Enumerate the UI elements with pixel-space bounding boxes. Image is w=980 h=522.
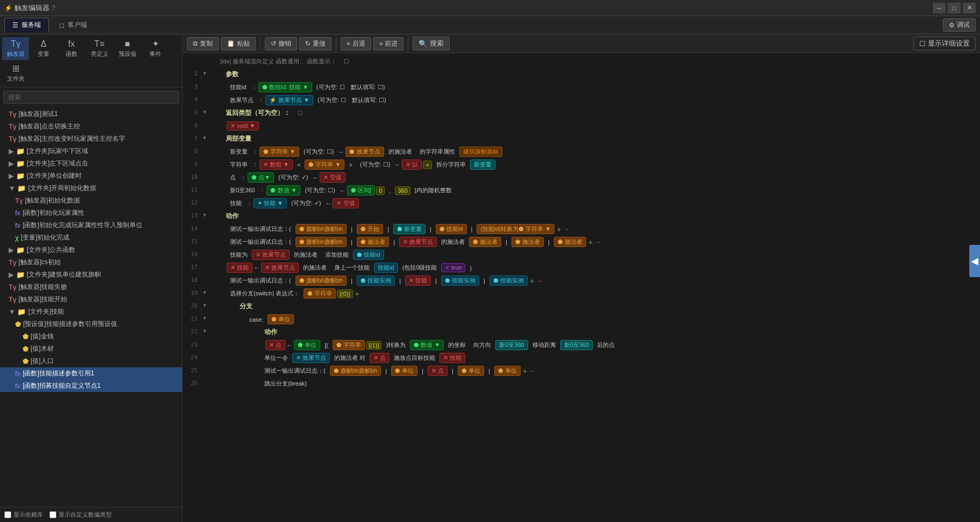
x-ref-18[interactable]: ✕ 技能 xyxy=(405,276,431,286)
new-var-ref-14[interactable]: ⬟ 新变量 xyxy=(393,224,426,234)
switch-expr[interactable]: ⬟ 字符串 xyxy=(304,288,336,299)
tab-server[interactable]: ☰ 服务端 xyxy=(4,18,49,32)
skill-ref-16[interactable]: ⬟ 技能id xyxy=(353,250,384,260)
tree-item-f6[interactable]: ▶ 📁 [文件夹]建筑单位建筑旗帜 xyxy=(0,269,182,281)
skill-ref-24[interactable]: ✕ 技能 xyxy=(439,353,465,363)
x-ref-25[interactable]: ✕ 点 xyxy=(428,366,448,376)
add-btn-18[interactable]: + xyxy=(529,277,535,285)
x-ref-17b[interactable]: ✕ 效果节点 xyxy=(261,263,299,273)
tree-item-f1[interactable]: ▶ 📁 [文件夹]玩家中下区域 xyxy=(0,145,182,157)
remove-btn-18[interactable]: − xyxy=(536,277,543,285)
sidebar-tool-function[interactable]: fx 函数 xyxy=(58,37,85,60)
expand-btn-20[interactable]: ▼ xyxy=(202,302,207,308)
void-token[interactable]: ✕ void ▼ xyxy=(227,121,259,130)
tree-item-f4[interactable]: ▼ 📁 [文件夹]开局初始化数据 xyxy=(0,182,182,194)
tree-item-fn1[interactable]: fx [函数]初始化玩家属性 xyxy=(0,207,182,219)
tree-item-v1[interactable]: χ [变量]初始化完成 xyxy=(0,231,182,244)
add-btn-25[interactable]: + xyxy=(522,367,528,375)
expand-btn-5[interactable]: ▼ xyxy=(202,109,207,115)
minimize-button[interactable]: ─ xyxy=(933,3,946,13)
array-ref[interactable]: ✕ 数组 ▼ xyxy=(260,160,293,170)
tree-item-fn4[interactable]: fx [函数]招募技能自定义节点1 xyxy=(0,380,182,392)
tree-item-t5[interactable]: Tγ [触发器]cs初始 xyxy=(0,256,182,269)
expand-btn-13[interactable]: ▼ xyxy=(202,212,207,218)
remove-btn-14[interactable]: − xyxy=(563,225,570,234)
caster4-ref-15[interactable]: ⬟ 施法者 xyxy=(554,237,586,247)
detail-button[interactable]: ☐ 显示详细设置 xyxy=(913,37,976,50)
expand-btn-2[interactable]: ▼ xyxy=(202,70,207,76)
show-deps-input[interactable] xyxy=(4,511,11,518)
unit-ref-23[interactable]: ⬟ 单位 xyxy=(294,340,320,350)
flag-ref-15[interactable]: ⬟ 旗帜bh旗帜bh xyxy=(296,237,347,247)
num-1[interactable]: [(1)] xyxy=(366,341,382,350)
tree-item-t3[interactable]: Tγ [触发器]主控改变时玩家属性主控名字 xyxy=(0,133,182,145)
search-button[interactable]: 🔍 搜索 xyxy=(413,37,450,50)
skill-id-ref-17[interactable]: 技能id xyxy=(374,263,398,273)
flag-ref-25[interactable]: ⬟ 旗帜bh旗帜bh xyxy=(330,366,381,376)
x-ref-17a[interactable]: ✕ 技能 xyxy=(227,263,253,273)
unit-ref-25[interactable]: ⬟ 单位 xyxy=(391,366,417,376)
x-ref-24[interactable]: ✕ 点 xyxy=(370,353,390,363)
skill-inst-18a[interactable]: ⬟ 技能实例 xyxy=(357,276,395,286)
unit3-ref-25[interactable]: ⬟ 单位 xyxy=(494,366,521,376)
tree-item-f7[interactable]: ▼ 📁 [文件夹]技能 xyxy=(0,306,182,318)
skill-id-type[interactable]: ⬟ 数组Id: 技能 ▼ xyxy=(258,82,312,92)
effect-ref-24[interactable]: ✕ 效果节点 xyxy=(292,353,330,363)
back-button[interactable]: « 后退 xyxy=(341,37,371,50)
quote-token[interactable]: + xyxy=(423,161,431,169)
tree-item-t2[interactable]: Tγ [触发器]点击切换主控 xyxy=(0,120,182,133)
caster3-ref-15[interactable]: ⬟ 施法者 xyxy=(511,237,544,247)
tree-item-v4[interactable]: ⬟ [值]人口 xyxy=(0,355,182,367)
expand-btn-21[interactable]: ▼ xyxy=(202,315,207,321)
expand-btn-19[interactable]: ▼ xyxy=(202,289,207,295)
range-ref-23b[interactable]: 新0至360 xyxy=(560,340,593,350)
tree-item-f2[interactable]: ▶ 📁 [文件夹]左下区域点击 xyxy=(0,157,182,170)
interval-ref[interactable]: ⬟ 区间[ xyxy=(347,185,375,195)
flag-ref-14a[interactable]: ⬟ 旗帜bh旗帜bh xyxy=(296,224,347,234)
redo-button[interactable]: ↻ 重做 xyxy=(299,37,332,50)
add-btn-14[interactable]: + xyxy=(556,225,562,234)
tree-item-f3[interactable]: ▶ 📁 [文件夹]单位创建时 xyxy=(0,170,182,182)
right-edge-button[interactable]: ◀ xyxy=(969,245,980,277)
range-ref-23[interactable]: 新0至360 xyxy=(495,340,528,350)
sidebar-tool-preset[interactable]: ■ 预设值 xyxy=(114,37,141,60)
expand-btn-7[interactable]: ▼ xyxy=(202,135,207,141)
null-token-10[interactable]: ✕ 空值 xyxy=(320,172,345,183)
sidebar-tool-folder[interactable]: ⊞ 文件夹 xyxy=(2,61,29,85)
nullable-check-5[interactable]: ☐ xyxy=(294,109,306,117)
help-icon[interactable]: ? xyxy=(52,4,55,12)
effect-node-type[interactable]: ⚡ 效果节点 ▼ xyxy=(265,95,313,105)
forward-button[interactable]: » 前进 xyxy=(373,37,404,50)
copy-button[interactable]: ⧉ 复制 xyxy=(187,37,219,50)
remove-btn-15[interactable]: − xyxy=(595,238,601,247)
tree-item-fn2[interactable]: fx [函数]初始化完成玩家属性性导入预制单位 xyxy=(0,219,182,231)
x-ref-23[interactable]: ✕ 点 xyxy=(265,340,285,350)
effect-node-ref[interactable]: ⬟ 效果节点 xyxy=(345,147,384,157)
tree-item-t7[interactable]: Tγ [触发器]技能开始 xyxy=(0,293,182,306)
x-ref-16[interactable]: ✕ 效果节点 xyxy=(252,250,290,260)
start-ref-14[interactable]: ⬟ 开始 xyxy=(357,224,383,234)
case-value[interactable]: ⬟ 单位 xyxy=(268,314,294,324)
search-input[interactable] xyxy=(3,91,179,104)
banner-flag[interactable]: 建筑旗帜旗标 xyxy=(459,147,502,157)
string-ref-23[interactable]: ⬟ 字符串 xyxy=(333,340,365,350)
tree-item-v2[interactable]: ⬟ [值]金钱 xyxy=(0,330,182,343)
close-button[interactable]: ✕ xyxy=(963,3,976,13)
remove-btn-25[interactable]: − xyxy=(529,367,536,375)
show-deps-checkbox[interactable]: 显示依赖库 xyxy=(4,511,43,519)
skill-type[interactable]: ✦ 技能 ▼ xyxy=(254,198,287,208)
flag-ref-18[interactable]: ⬟ 旗帜bh旗帜bh xyxy=(296,276,347,286)
maximize-button[interactable]: □ xyxy=(948,3,961,13)
sidebar-tool-variable[interactable]: Δ 变量 xyxy=(30,37,57,60)
skill-id-ref-14[interactable]: ⬟ 技能id xyxy=(436,224,467,234)
skill-inst-18b[interactable]: ⬟ 技能实例 xyxy=(441,276,479,286)
num-360[interactable]: 360 xyxy=(395,186,410,195)
x-ref-15[interactable]: ✕ 效果节点 xyxy=(399,237,437,247)
tree-item-fn3[interactable]: fx [函数]技能描述参数引用1 xyxy=(0,367,182,380)
bool-true-17[interactable]: ✓ true xyxy=(441,263,465,272)
skill-inst-18c[interactable]: ⬟ 技能实例 xyxy=(489,276,528,286)
expand-btn-22[interactable]: ▼ xyxy=(202,328,207,334)
caster2-ref-15[interactable]: ⬟ 施法者 xyxy=(469,237,501,247)
caster-ref-15[interactable]: ⬟ 施法者 xyxy=(357,237,389,247)
tree-item-t6[interactable]: Tγ [触发器]技能失败 xyxy=(0,281,182,293)
